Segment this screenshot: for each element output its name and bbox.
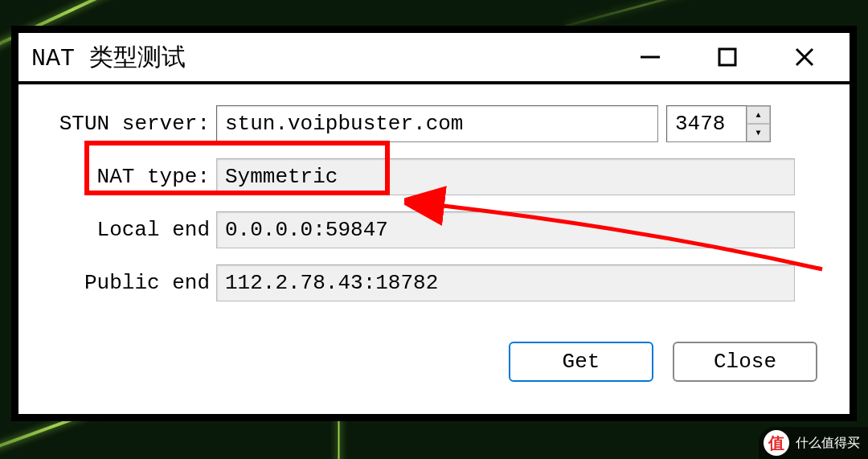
- maximize-button[interactable]: [708, 38, 747, 76]
- public-end-label: Public end: [47, 271, 216, 295]
- nat-test-window: NAT 类型测试 STUN server: stun.voipbuster.co…: [18, 32, 850, 415]
- port-spinner-down[interactable]: ▼: [747, 124, 770, 141]
- port-spinner: ▲ ▼: [747, 105, 771, 142]
- nat-type-field: Symmetric: [216, 158, 795, 195]
- public-end-field: 112.2.78.43:18782: [216, 264, 795, 301]
- get-button[interactable]: Get: [509, 342, 653, 382]
- svg-rect-1: [719, 49, 735, 65]
- close-window-button[interactable]: [785, 38, 824, 76]
- close-button[interactable]: Close: [673, 342, 817, 382]
- content-area: STUN server: stun.voipbuster.com 3478 ▲ …: [18, 84, 850, 382]
- stun-server-row: STUN server: stun.voipbuster.com 3478 ▲ …: [47, 104, 821, 144]
- watermark: 值 什么值得买: [759, 427, 868, 459]
- button-row: Get Close: [47, 342, 821, 382]
- nat-type-label: NAT type:: [47, 165, 216, 189]
- local-end-field: 0.0.0.0:59847: [216, 211, 795, 248]
- watermark-text: 什么值得买: [796, 435, 860, 452]
- nat-type-row: NAT type: Symmetric: [47, 157, 821, 197]
- public-end-row: Public end 112.2.78.43:18782: [47, 263, 821, 303]
- window-title: NAT 类型测试: [31, 41, 631, 74]
- local-end-label: Local end: [47, 218, 216, 242]
- port-input[interactable]: 3478: [666, 105, 747, 142]
- local-end-row: Local end 0.0.0.0:59847: [47, 210, 821, 250]
- window-controls: [631, 38, 824, 76]
- port-spinner-up[interactable]: ▲: [747, 106, 770, 124]
- watermark-badge-icon: 值: [764, 430, 789, 456]
- stun-server-input[interactable]: stun.voipbuster.com: [216, 105, 658, 142]
- stun-server-label: STUN server:: [47, 112, 216, 136]
- titlebar[interactable]: NAT 类型测试: [18, 33, 850, 84]
- minimize-button[interactable]: [631, 38, 669, 76]
